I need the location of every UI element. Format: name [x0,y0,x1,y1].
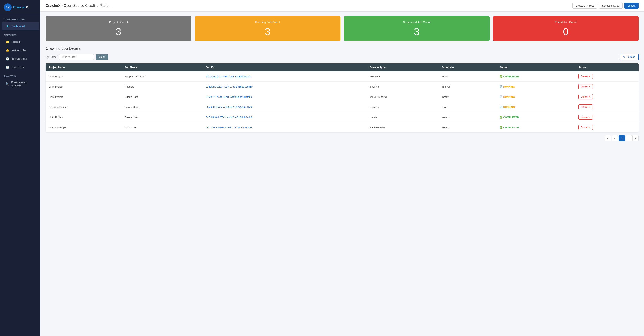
delete-button[interactable]: Delete ✕ [578,125,593,130]
sidebar-item-label: Interval Jobs [12,57,27,60]
page-current-button[interactable]: 1 [619,135,625,141]
table-row: Links ProjectCelery Links5a7c98b8-6d77-4… [46,112,639,122]
delete-icon: ✕ [588,85,590,88]
filter-label: By Name: [46,56,57,59]
stat-card-red: Failed Job Count0 [493,16,639,41]
action-cell: Delete ✕ [575,102,639,112]
job-name: Celery Links [122,112,203,122]
job-id-link[interactable]: 58f1766c-b099-4485-a015-c315c978c861 [206,126,252,129]
scheduler: Cron [438,102,496,112]
job-id-link[interactable]: f0a79b5a-24b3-486f-aa6f-10c100c8ccca [206,75,251,78]
create-project-button[interactable]: Create a Project [572,3,597,9]
delete-icon: ✕ [588,75,590,78]
sidebar-item-elasticsearch[interactable]: 🔍Elasticsearch Analysis [2,79,39,89]
crawler-type: stackoverflow [366,122,438,132]
stat-card-label: Running Job Count [199,20,337,24]
scheduler: Instant [438,92,496,102]
refresh-button[interactable]: ↻ Refresh [620,54,639,60]
delete-button[interactable]: Delete ✕ [578,94,593,99]
action-cell: Delete ✕ [575,122,639,132]
pagination: «‹1›» [46,132,639,142]
page-last-button[interactable]: » [632,135,639,141]
status-cell: 🔄 RUNNING [496,92,575,102]
brand-name: CrawlerX [46,4,60,8]
job-id-link[interactable]: 08a004f5-6484-46b9-9b23-97259c8c1b72 [206,106,252,108]
sidebar-item-label: Cron Jobs [12,66,24,69]
content-area: Projects Count3Running Job Count3Complet… [40,12,644,336]
elasticsearch-icon: 🔍 [5,82,9,86]
job-id: 58f1766c-b099-4485-a015-c315c978c861 [203,122,366,132]
schedule-job-button[interactable]: Schedule a Job [599,3,623,9]
action-cell: Delete ✕ [575,71,639,82]
stat-card-value: 0 [497,27,635,37]
filter-left: By Name: Clear [46,54,108,60]
table-header: Project NameJob NameJob IDCrawler TypeSc… [46,63,639,71]
page-first-button[interactable]: « [605,135,611,141]
sidebar-item-cron-jobs[interactable]: 🕐Cron Jobs [2,63,39,71]
instant-jobs-icon: 🔔 [5,48,10,52]
col-header-project-name: Project Name [46,63,122,71]
sidebar-section-label: CONFIGURATIONS [0,15,40,22]
page-next-button[interactable]: › [626,135,632,141]
search-input[interactable] [59,54,94,60]
status-cell: 🔄 RUNNING [496,82,575,92]
status-badge: ✅ COMPLETED [500,75,572,78]
job-id-link[interactable]: 5a7c98b8-6d77-41ad-9d3a-64f3ddb2edc8 [206,116,252,119]
job-id: 2249a6fd-e2b3-4827-87db-d9553913c910 [203,82,366,92]
logo-text: CrawlerX [13,5,28,10]
crawler-type: github_trending [366,92,438,102]
table-row: Question ProjectCrawl Job58f1766c-b099-4… [46,122,639,132]
header-actions: Create a Project Schedule a Job Logout [572,3,639,9]
page-prev-button[interactable]: ‹ [612,135,618,141]
stat-card-value: 3 [199,27,337,37]
delete-icon: ✕ [588,116,590,118]
sidebar-item-projects[interactable]: 📁Projects [2,38,39,46]
project-name: Links Project [46,92,122,102]
col-header-job-id: Job ID [203,63,366,71]
filter-row: By Name: Clear ↻ Refresh [46,54,639,60]
delete-button[interactable]: Delete ✕ [578,74,593,79]
table-row: Links ProjectGithub Data87559f76-bcad-42… [46,92,639,102]
table-body: Links ProjectWikipedia Crawlerf0a79b5a-2… [46,71,639,132]
refresh-icon: ↻ [623,56,625,58]
project-name: Links Project [46,82,122,92]
job-name: Scrapy Data [122,102,203,112]
status-cell: ✅ COMPLETED [496,122,575,132]
project-name: Links Project [46,71,122,82]
crawler-type: crawlerx [366,112,438,122]
delete-icon: ✕ [588,95,590,98]
delete-button[interactable]: Delete ✕ [578,104,593,109]
status-badge: ✅ COMPLETED [500,126,572,129]
main-content: CrawlerX - Open-Source Crawling Platform… [40,0,644,336]
sidebar-item-label: Projects [12,40,21,43]
stat-card-green: Completed Job Count3 [344,16,490,41]
table-row: Question ProjectScrapy Data08a004f5-6484… [46,102,639,112]
logo-icon: CX [4,4,12,11]
refresh-label: Refresh [626,56,635,58]
sidebar-item-label: Dashboard [12,25,25,28]
clear-button[interactable]: Clear [96,54,108,60]
sidebar: CX CrawlerX CONFIGURATIONS🖥DashboardFEAT… [0,0,40,336]
job-name: Crawl Job [122,122,203,132]
col-header-action: Action [575,63,639,71]
crawler-type: crawlerx [366,102,438,112]
stat-card-label: Projects Count [50,20,188,24]
job-id-link[interactable]: 2249a6fd-e2b3-4827-87db-d9553913c910 [206,85,252,88]
scheduler: Instant [438,112,496,122]
scheduler: Instant [438,71,496,82]
job-id: f0a79b5a-24b3-486f-aa6f-10c100c8ccca [203,71,366,82]
sidebar-item-dashboard[interactable]: 🖥Dashboard [2,22,39,30]
delete-button[interactable]: Delete ✕ [578,115,593,120]
logout-button[interactable]: Logout [624,3,639,9]
sidebar-item-instant-jobs[interactable]: 🔔Instant Jobs [2,46,39,54]
sidebar-item-label: Instant Jobs [12,49,26,52]
job-name: Wikipedia Crawler [122,71,203,82]
job-name: Github Data [122,92,203,102]
dashboard-icon: 🖥 [5,24,10,28]
delete-button[interactable]: Delete ✕ [578,84,593,89]
job-id-link[interactable]: 87559f76-bcad-42e8-979f-02e0e1410d90 [206,95,252,98]
status-cell: 🔄 RUNNING [496,102,575,112]
jobs-table: Project NameJob NameJob IDCrawler TypeSc… [46,63,639,132]
sidebar-sections: CONFIGURATIONS🖥DashboardFEATURES📁Project… [0,15,40,89]
sidebar-item-interval-jobs[interactable]: 🕐Interval Jobs [2,55,39,63]
